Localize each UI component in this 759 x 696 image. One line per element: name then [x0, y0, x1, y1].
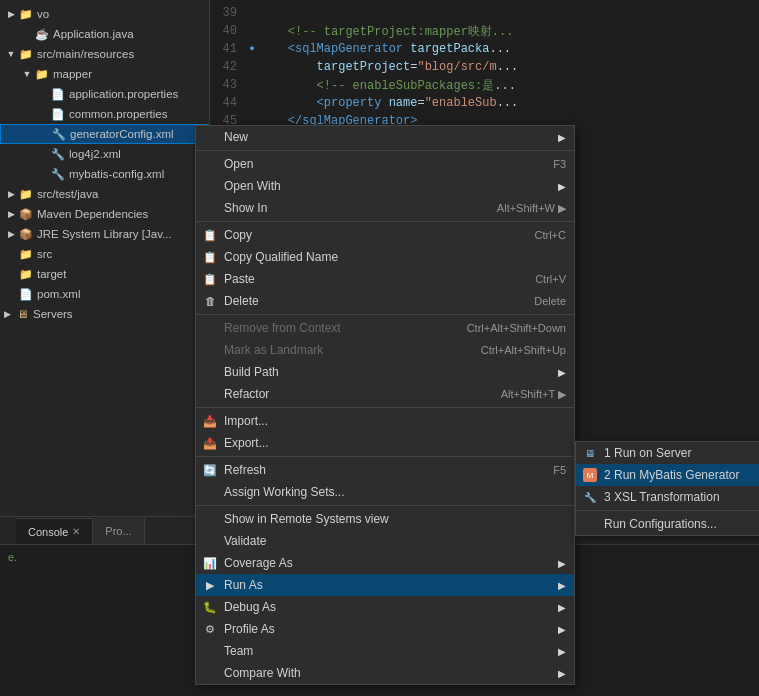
menu-item-open[interactable]: OpenF3: [196, 153, 574, 175]
menu-item-debug-as[interactable]: 🐛Debug As▶: [196, 596, 574, 618]
menu-shortcut-show-in: Alt+Shift+W ▶: [497, 202, 566, 215]
tree-label-7: log4j2.xml: [69, 148, 121, 160]
menu-icon-run-as: ▶: [202, 579, 218, 592]
menu-shortcut-refactor: Alt+Shift+T ▶: [501, 388, 566, 401]
bottom-tab-progress[interactable]: Pro...: [93, 518, 144, 544]
menu-separator-21: [196, 505, 574, 506]
menu-icon-import: 📥: [202, 415, 218, 428]
tree-arrow-3: ▼: [20, 69, 34, 79]
menu-item-copy[interactable]: 📋CopyCtrl+C: [196, 224, 574, 246]
menu-label-import: Import...: [224, 414, 566, 428]
menu-item-copy-qualified[interactable]: 📋Copy Qualified Name: [196, 246, 574, 268]
menu-arrow-open-with: ▶: [558, 181, 566, 192]
tree-item-6[interactable]: 🔧generatorConfig.xml: [0, 124, 209, 144]
line-number-3: 42: [210, 60, 245, 74]
submenu-item-run-on-server[interactable]: 🖥1 Run on Server: [576, 442, 759, 464]
menu-label-compare-with: Compare With: [224, 666, 554, 680]
tree-item-9[interactable]: ▶📁src/test/java: [0, 184, 209, 204]
menu-arrow-team: ▶: [558, 646, 566, 657]
menu-item-compare-with[interactable]: Compare With▶: [196, 662, 574, 684]
tree-label-8: mybatis-config.xml: [69, 168, 164, 180]
tree-icon-10: 📦: [18, 208, 34, 221]
tree-item-8[interactable]: 🔧mybatis-config.xml: [0, 164, 209, 184]
menu-item-build-path[interactable]: Build Path▶: [196, 361, 574, 383]
tree-item-14[interactable]: 📄pom.xml: [0, 284, 209, 304]
menu-label-refactor: Refactor: [224, 387, 481, 401]
menu-label-delete: Delete: [224, 294, 514, 308]
tree-item-12[interactable]: 📁src: [0, 244, 209, 264]
tree-item-10[interactable]: ▶📦Maven Dependencies: [0, 204, 209, 224]
menu-item-open-with[interactable]: Open With▶: [196, 175, 574, 197]
menu-item-mark-landmark[interactable]: Mark as LandmarkCtrl+Alt+Shift+Up: [196, 339, 574, 361]
tree-icon-1: ☕: [34, 28, 50, 41]
tree-icon-11: 📦: [18, 228, 34, 241]
menu-item-refresh[interactable]: 🔄RefreshF5: [196, 459, 574, 481]
tree-item-4[interactable]: 📄application.properties: [0, 84, 209, 104]
tree-label-5: common.properties: [69, 108, 167, 120]
context-menu: New▶OpenF3Open With▶Show InAlt+Shift+W ▶…: [195, 125, 575, 685]
tree-item-5[interactable]: 📄common.properties: [0, 104, 209, 124]
menu-label-team: Team: [224, 644, 554, 658]
tree-item-1[interactable]: ☕Application.java: [0, 24, 209, 44]
tree-label-9: src/test/java: [37, 188, 98, 200]
tree-item-11[interactable]: ▶📦JRE System Library [Jav...: [0, 224, 209, 244]
menu-label-refresh: Refresh: [224, 463, 533, 477]
tree-item-7[interactable]: 🔧log4j2.xml: [0, 144, 209, 164]
tree-item-15[interactable]: ▶🖥Servers: [0, 304, 209, 324]
menu-item-import[interactable]: 📥Import...: [196, 410, 574, 432]
menu-item-run-as[interactable]: ▶Run As▶: [196, 574, 574, 596]
menu-item-assign-working[interactable]: Assign Working Sets...: [196, 481, 574, 503]
tab-close-console[interactable]: ✕: [72, 526, 80, 537]
menu-item-validate[interactable]: Validate: [196, 530, 574, 552]
code-line-1: 40 <!-- targetProject:mapper映射...: [210, 22, 759, 40]
menu-item-show-in[interactable]: Show InAlt+Shift+W ▶: [196, 197, 574, 219]
code-line-4: 43 <!-- enableSubPackages:是...: [210, 76, 759, 94]
menu-separator-15: [196, 407, 574, 408]
line-code-4: <!-- enableSubPackages:是...: [259, 77, 516, 94]
menu-label-coverage-as: Coverage As: [224, 556, 554, 570]
line-dot-2: ●: [245, 44, 259, 54]
menu-item-coverage-as[interactable]: 📊Coverage As▶: [196, 552, 574, 574]
tree-label-14: pom.xml: [37, 288, 80, 300]
menu-item-profile-as[interactable]: ⚙Profile As▶: [196, 618, 574, 640]
bottom-tab-label-console: Console: [28, 526, 68, 538]
tree-icon-4: 📄: [50, 88, 66, 101]
code-line-5: 44 <property name="enableSub...: [210, 94, 759, 112]
servers-label: [0, 527, 16, 535]
tree-label-13: target: [37, 268, 66, 280]
line-code-5: <property name="enableSub...: [259, 96, 518, 110]
tree-item-3[interactable]: ▼📁mapper: [0, 64, 209, 84]
menu-item-show-remote[interactable]: Show in Remote Systems view: [196, 508, 574, 530]
tree-icon-7: 🔧: [50, 148, 66, 161]
menu-item-export[interactable]: 📤Export...: [196, 432, 574, 454]
menu-item-paste[interactable]: 📋PasteCtrl+V: [196, 268, 574, 290]
tree-arrow-10: ▶: [4, 209, 18, 219]
submenu-item-run-config[interactable]: Run Configurations...: [576, 513, 759, 535]
tree-item-0[interactable]: ▶📁vo: [0, 4, 209, 24]
menu-label-debug-as: Debug As: [224, 600, 554, 614]
menu-separator-1: [196, 150, 574, 151]
menu-arrow-coverage-as: ▶: [558, 558, 566, 569]
menu-label-show-in: Show In: [224, 201, 477, 215]
submenu-item-xsl-transform[interactable]: 🔧3 XSL Transformation: [576, 486, 759, 508]
menu-item-team[interactable]: Team▶: [196, 640, 574, 662]
menu-arrow-run-as: ▶: [558, 580, 566, 591]
menu-shortcut-mark-landmark: Ctrl+Alt+Shift+Up: [481, 344, 566, 356]
menu-item-delete[interactable]: 🗑DeleteDelete: [196, 290, 574, 312]
menu-item-refactor[interactable]: RefactorAlt+Shift+T ▶: [196, 383, 574, 405]
menu-item-new[interactable]: New▶: [196, 126, 574, 148]
tree-icon-14: 📄: [18, 288, 34, 301]
submenu-item-run-mybatis[interactable]: M2 Run MyBatis Generator: [576, 464, 759, 486]
tree-item-13[interactable]: 📁target: [0, 264, 209, 284]
bottom-tab-console[interactable]: Console✕: [16, 518, 93, 544]
menu-label-validate: Validate: [224, 534, 566, 548]
tree-icon-2: 📁: [18, 48, 34, 61]
tree-label-0: vo: [37, 8, 49, 20]
menu-icon-refresh: 🔄: [202, 464, 218, 477]
menu-item-remove-context[interactable]: Remove from ContextCtrl+Alt+Shift+Down: [196, 317, 574, 339]
menu-label-run-as: Run As: [224, 578, 554, 592]
submenu-label-xsl-transform: 3 XSL Transformation: [604, 490, 720, 504]
tree-item-2[interactable]: ▼📁src/main/resources: [0, 44, 209, 64]
code-line-0: 39: [210, 4, 759, 22]
menu-label-remove-context: Remove from Context: [224, 321, 447, 335]
